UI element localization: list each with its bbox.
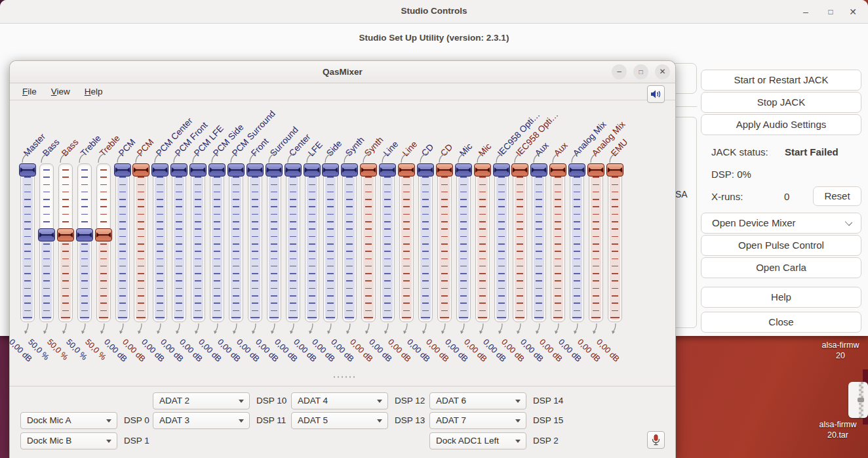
slider-handle[interactable] bbox=[398, 163, 415, 177]
slider-track[interactable] bbox=[267, 163, 281, 322]
slider-track[interactable] bbox=[342, 163, 357, 322]
slider-track[interactable] bbox=[361, 163, 376, 322]
slider-track[interactable] bbox=[570, 163, 584, 322]
desktop-icon-label[interactable]: alsa-firmw20 bbox=[813, 340, 868, 361]
help-button[interactable]: Help bbox=[701, 287, 861, 308]
slider-track[interactable] bbox=[58, 163, 73, 322]
slider-track[interactable] bbox=[77, 163, 92, 322]
studio-controls-titlebar[interactable]: Studio Controls – □ ✕ bbox=[0, 0, 868, 24]
slider-track[interactable] bbox=[172, 163, 186, 322]
slider-handle[interactable] bbox=[455, 163, 472, 177]
slider-track[interactable] bbox=[115, 163, 130, 322]
slider-handle[interactable] bbox=[341, 163, 358, 177]
combo-adat-7[interactable]: ADAT 7 bbox=[429, 412, 526, 429]
combo-adat-6[interactable]: ADAT 6 bbox=[429, 392, 526, 409]
maximize-button[interactable]: □ bbox=[822, 4, 839, 20]
slider-track[interactable] bbox=[418, 163, 433, 322]
slider-track[interactable] bbox=[608, 163, 622, 322]
menu-view[interactable]: View bbox=[45, 85, 76, 98]
qasmixer-titlebar[interactable]: QasMixer – □ ✕ bbox=[10, 61, 675, 83]
close-panel-button[interactable]: Close bbox=[701, 312, 861, 333]
slider-track[interactable] bbox=[380, 163, 395, 322]
slider-track[interactable] bbox=[475, 163, 490, 322]
playback-mute-button[interactable] bbox=[647, 85, 665, 103]
open-device-mixer-dropdown[interactable]: Open Device Mixer bbox=[701, 213, 861, 234]
slider-handle[interactable] bbox=[151, 163, 168, 177]
minimize-button[interactable]: – bbox=[612, 64, 627, 79]
slider-handle[interactable] bbox=[379, 163, 396, 177]
slider-handle[interactable] bbox=[568, 163, 585, 177]
reset-xruns-button[interactable]: Reset bbox=[813, 186, 861, 206]
slider-handle[interactable] bbox=[114, 163, 131, 177]
desktop-icon-label[interactable]: alsa-firmw20.tar bbox=[808, 419, 868, 440]
slider-handle[interactable] bbox=[587, 163, 604, 177]
handle-line bbox=[608, 169, 621, 171]
slider-track[interactable] bbox=[456, 163, 471, 322]
label-leader-line bbox=[400, 152, 409, 163]
slider-handle[interactable] bbox=[38, 228, 55, 241]
slider-handle[interactable] bbox=[76, 228, 93, 241]
slider-track[interactable] bbox=[513, 163, 527, 322]
combo-adat-5[interactable]: ADAT 5 bbox=[291, 412, 388, 429]
open-pulse-control-button[interactable]: Open Pulse Control bbox=[701, 235, 861, 256]
slider-handle[interactable] bbox=[285, 163, 302, 177]
slider-track[interactable] bbox=[494, 163, 509, 322]
menu-help[interactable]: Help bbox=[79, 85, 109, 98]
slider-track[interactable] bbox=[305, 163, 319, 322]
slider-track[interactable] bbox=[286, 163, 300, 322]
slider-track[interactable] bbox=[551, 163, 565, 322]
slider-handle[interactable] bbox=[530, 163, 547, 177]
slider-handle[interactable] bbox=[493, 163, 510, 177]
slider-handle[interactable] bbox=[95, 228, 112, 241]
combo-adat-3[interactable]: ADAT 3 bbox=[153, 412, 250, 429]
maximize-button[interactable]: □ bbox=[633, 64, 648, 79]
slider-track[interactable] bbox=[210, 163, 224, 322]
combo-adat-2[interactable]: ADAT 2 bbox=[153, 392, 250, 409]
slider-track[interactable] bbox=[39, 163, 54, 322]
slider-handle[interactable] bbox=[511, 163, 528, 177]
slider-handle[interactable] bbox=[417, 163, 434, 177]
combo-dock-adc1-left[interactable]: Dock ADC1 Left bbox=[429, 432, 526, 449]
slider-track[interactable] bbox=[96, 163, 111, 322]
slider-track[interactable] bbox=[229, 163, 243, 322]
slider-track[interactable] bbox=[437, 163, 452, 322]
slider-track[interactable] bbox=[532, 163, 546, 322]
apply-audio-settings-button[interactable]: Apply Audio Settings bbox=[701, 114, 861, 135]
slider-track[interactable] bbox=[20, 163, 35, 322]
slider-track[interactable] bbox=[399, 163, 414, 322]
menu-file[interactable]: File bbox=[16, 85, 43, 98]
slider-handle[interactable] bbox=[170, 163, 187, 177]
slider-handle[interactable] bbox=[57, 228, 74, 241]
combo-adat-4[interactable]: ADAT 4 bbox=[291, 392, 388, 409]
slider-track[interactable] bbox=[191, 163, 205, 322]
combo-dock-mic-b[interactable]: Dock Mic B bbox=[20, 432, 117, 449]
open-carla-button[interactable]: Open Carla bbox=[701, 257, 861, 278]
slider-handle[interactable] bbox=[474, 163, 491, 177]
slider-handle[interactable] bbox=[606, 163, 623, 177]
minimize-button[interactable]: – bbox=[797, 4, 814, 20]
slider-handle[interactable] bbox=[19, 163, 36, 177]
slider-handle[interactable] bbox=[322, 163, 339, 177]
close-button[interactable]: ✕ bbox=[655, 64, 670, 79]
slider-track[interactable] bbox=[134, 163, 148, 322]
slider-handle[interactable] bbox=[189, 163, 207, 177]
slider-handle[interactable] bbox=[549, 163, 566, 177]
slider-handle[interactable] bbox=[227, 163, 245, 177]
slider-handle[interactable] bbox=[304, 163, 321, 177]
archive-file-icon[interactable] bbox=[848, 382, 868, 418]
slider-handle[interactable] bbox=[247, 163, 264, 177]
slider-track[interactable] bbox=[248, 163, 262, 322]
slider-track[interactable] bbox=[323, 163, 338, 322]
slider-handle[interactable] bbox=[360, 163, 377, 177]
slider-handle[interactable] bbox=[208, 163, 226, 177]
capture-toggle-button[interactable] bbox=[647, 431, 665, 449]
slider-track[interactable] bbox=[589, 163, 603, 322]
slider-handle[interactable] bbox=[436, 163, 453, 177]
slider-handle[interactable] bbox=[266, 163, 283, 177]
slider-handle[interactable] bbox=[132, 163, 149, 177]
start-restart-jack-button[interactable]: Start or Restart JACK bbox=[701, 70, 861, 91]
combo-dock-mic-a[interactable]: Dock Mic A bbox=[20, 412, 117, 429]
stop-jack-button[interactable]: Stop JACK bbox=[701, 92, 861, 113]
close-button[interactable]: ✕ bbox=[844, 4, 861, 20]
slider-track[interactable] bbox=[153, 163, 167, 322]
